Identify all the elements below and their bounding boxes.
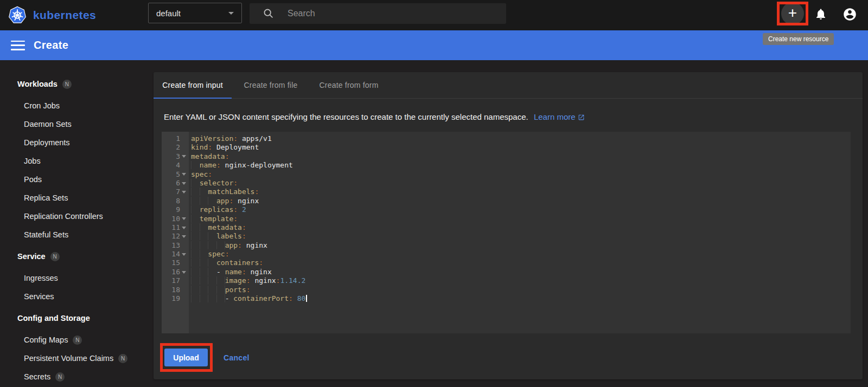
code-line: 6 selector: bbox=[162, 179, 851, 188]
namespaced-badge: N bbox=[118, 354, 127, 363]
description-text: Enter YAML or JSON content specifying th… bbox=[164, 112, 863, 121]
sidebar-item-pods[interactable]: Pods bbox=[17, 170, 154, 189]
namespace-selector[interactable]: default bbox=[148, 3, 242, 23]
code-line: 14 spec: bbox=[162, 250, 851, 259]
create-new-resource-button[interactable]: + bbox=[781, 2, 804, 25]
fold-arrow-icon[interactable] bbox=[182, 155, 186, 158]
account-circle-button[interactable] bbox=[839, 3, 860, 25]
top-bar: kubernetes default + bbox=[0, 0, 868, 30]
learn-more-link[interactable]: Learn more bbox=[534, 112, 585, 121]
code-line: 1apiVersion: apps/v1 bbox=[162, 134, 851, 143]
code-line: 11 metadata: bbox=[162, 223, 851, 232]
search-bar[interactable] bbox=[250, 3, 506, 24]
code-line: 8 app: nginx bbox=[162, 197, 851, 205]
brand-title: kubernetes bbox=[33, 9, 96, 22]
sidebar-section-workloads[interactable]: WorkloadsN bbox=[17, 75, 154, 93]
external-link-icon bbox=[578, 114, 585, 121]
code-line: 7 matchLabels: bbox=[162, 188, 851, 196]
code-line: 13 app: nginx bbox=[162, 241, 851, 250]
sidebar-section-config-and-storage[interactable]: Config and Storage bbox=[17, 309, 154, 327]
fold-arrow-icon[interactable] bbox=[182, 182, 186, 185]
kubernetes-logo-icon bbox=[8, 5, 27, 25]
code-line: 12 labels: bbox=[162, 232, 851, 241]
chevron-down-icon bbox=[228, 12, 234, 15]
description-label: Enter YAML or JSON content specifying th… bbox=[164, 112, 528, 121]
tab-create-from-file[interactable]: Create from file bbox=[232, 72, 310, 98]
sidebar-item-config-maps[interactable]: Config MapsN bbox=[17, 331, 154, 349]
code-line: 3metadata: bbox=[162, 152, 851, 161]
tab-bar: Create from inputCreate from fileCreate … bbox=[154, 72, 863, 99]
sidebar-nav: WorkloadsNCron JobsDaemon SetsDeployment… bbox=[0, 60, 154, 387]
page-title: Create bbox=[34, 39, 68, 51]
sidebar-item-jobs[interactable]: Jobs bbox=[17, 152, 154, 170]
plus-icon: + bbox=[788, 5, 797, 21]
sidebar-item-secrets[interactable]: SecretsN bbox=[17, 367, 154, 386]
text-cursor bbox=[306, 295, 307, 302]
tab-create-from-form[interactable]: Create from form bbox=[310, 72, 388, 98]
code-line: 10 template: bbox=[162, 215, 851, 223]
code-line: 19 - containerPort: 80 bbox=[162, 294, 851, 303]
code-line: 15 containers: bbox=[162, 259, 851, 267]
code-line: 18 ports: bbox=[162, 286, 851, 294]
create-resource-tooltip: Create new resource bbox=[763, 33, 834, 45]
sidebar-item-cron-jobs[interactable]: Cron Jobs bbox=[17, 96, 154, 115]
tab-create-from-input[interactable]: Create from input bbox=[154, 72, 232, 98]
sidebar-item-replica-sets[interactable]: Replica Sets bbox=[17, 189, 154, 207]
sidebar-item-replication-controllers[interactable]: Replication Controllers bbox=[17, 207, 154, 225]
code-line: 4 name: nginx-deployment bbox=[162, 161, 851, 170]
code-line: 17 image: nginx:1.14.2 bbox=[162, 276, 851, 285]
fold-arrow-icon[interactable] bbox=[182, 253, 186, 256]
notifications-bell-button[interactable] bbox=[810, 3, 832, 25]
fold-arrow-icon[interactable] bbox=[182, 235, 186, 238]
code-line: 2kind: Deployment bbox=[162, 143, 851, 152]
page-header: Create bbox=[0, 30, 868, 60]
sidebar-item-ingresses[interactable]: Ingresses bbox=[17, 269, 154, 287]
menu-hamburger-button[interactable] bbox=[11, 40, 25, 51]
namespace-selected-value: default bbox=[156, 9, 181, 18]
fold-arrow-icon[interactable] bbox=[182, 217, 186, 220]
code-line: 9 replicas: 2 bbox=[162, 205, 851, 214]
yaml-editor[interactable]: 1apiVersion: apps/v12kind: Deployment3me… bbox=[162, 132, 851, 333]
sidebar-item-stateful-sets[interactable]: Stateful Sets bbox=[17, 225, 154, 244]
sidebar-item-deployments[interactable]: Deployments bbox=[17, 133, 154, 152]
sidebar-item-persistent-volume-claims[interactable]: Persistent Volume ClaimsN bbox=[17, 349, 154, 367]
code-line: 16 - name: nginx bbox=[162, 268, 851, 276]
kubernetes-brand[interactable]: kubernetes bbox=[8, 0, 96, 30]
search-input[interactable] bbox=[286, 8, 468, 19]
sidebar-item-daemon-sets[interactable]: Daemon Sets bbox=[17, 115, 154, 133]
fold-arrow-icon[interactable] bbox=[182, 173, 186, 176]
bell-icon bbox=[814, 8, 827, 21]
code-line: 5spec: bbox=[162, 170, 851, 179]
sidebar-section-service[interactable]: ServiceN bbox=[17, 247, 154, 266]
upload-button[interactable]: Upload bbox=[164, 349, 208, 366]
namespaced-badge: N bbox=[55, 372, 65, 382]
account-circle-icon bbox=[843, 7, 857, 22]
action-buttons: Upload Cancel bbox=[164, 349, 253, 366]
sidebar-item-services[interactable]: Services bbox=[17, 287, 154, 306]
search-icon bbox=[263, 8, 275, 20]
namespaced-badge: N bbox=[73, 336, 82, 345]
fold-arrow-icon[interactable] bbox=[182, 191, 186, 194]
fold-arrow-icon[interactable] bbox=[182, 227, 186, 229]
create-card: Create from inputCreate from fileCreate … bbox=[154, 72, 863, 379]
cancel-button[interactable]: Cancel bbox=[220, 353, 253, 363]
namespaced-badge: N bbox=[50, 252, 60, 261]
fold-arrow-icon[interactable] bbox=[182, 271, 186, 274]
namespaced-badge: N bbox=[62, 80, 72, 89]
